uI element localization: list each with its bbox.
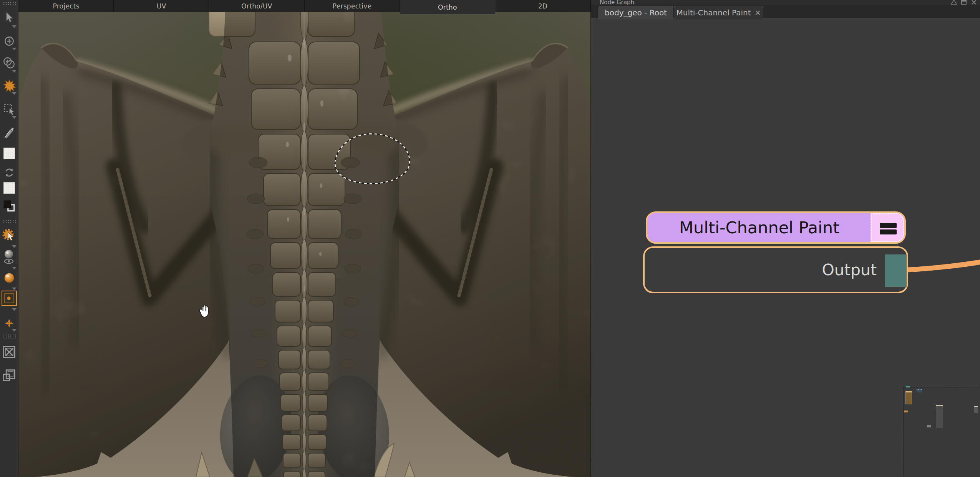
tool-submenu-caret — [12, 25, 17, 28]
slice-knife-tool[interactable] — [2, 126, 16, 140]
minimap-orange-dash — [904, 411, 908, 412]
node-header[interactable]: Multi-Channel Paint — [646, 211, 906, 244]
tab-multi-channel-paint[interactable]: Multi-Channel Paint ✕ — [674, 6, 763, 19]
palette-drag-grip[interactable] — [2, 1, 16, 6]
foreground-background-colors[interactable] — [2, 199, 16, 213]
tab-projects[interactable]: Projects — [18, 0, 114, 12]
3d-viewport-canvas[interactable] — [18, 12, 590, 477]
node-menu-handle[interactable] — [871, 213, 904, 242]
sphere-preview-tool[interactable] — [2, 271, 17, 285]
fill-swatch[interactable] — [3, 182, 15, 194]
3d-viewport: Projects UV Ortho/UV Perspective Ortho 2… — [18, 0, 590, 477]
cursor-arrow-icon — [3, 11, 16, 24]
paint-target-tool[interactable] — [2, 291, 17, 306]
tab-label: body_geo - Root — [605, 8, 667, 17]
node-graph-titlebar: Node Graph — [591, 0, 980, 5]
marquee-select-tool[interactable] — [2, 102, 16, 116]
node-graph-title: Node Graph — [600, 0, 634, 5]
minimap-small-node — [974, 406, 978, 413]
duplicate-view-tool[interactable] — [2, 56, 16, 70]
node-title: Multi-Channel Paint — [647, 213, 871, 242]
orange-cross-icon — [3, 317, 15, 329]
palette-drag-grip[interactable] — [2, 219, 16, 224]
paint-brush-tool[interactable] — [2, 78, 17, 93]
menu-bar-icon — [880, 223, 897, 228]
node-graph-tab-bar: body_geo - Root Multi-Channel Paint ✕ — [591, 5, 980, 19]
palette-drag-grip[interactable] — [2, 334, 16, 339]
dock-triangle-icon[interactable] — [950, 0, 958, 5]
layer-frames-tool[interactable] — [1, 367, 17, 384]
tool-submenu-caret — [12, 308, 17, 311]
minimap-blue-node — [917, 389, 922, 392]
tool-submenu-caret — [12, 288, 17, 290]
tool-submenu-caret — [12, 48, 17, 50]
tab-2d[interactable]: 2D — [495, 0, 590, 12]
transform-gear-tool[interactable] — [2, 228, 17, 243]
minimap-teal-node — [906, 386, 910, 387]
gear-cursor-icon — [2, 228, 17, 243]
tab-uv[interactable]: UV — [114, 0, 209, 12]
tool-submenu-caret — [12, 245, 17, 248]
tool-submenu-caret — [12, 329, 17, 332]
select-cursor-tool[interactable] — [3, 11, 16, 24]
circle-plus-icon — [3, 35, 16, 48]
float-window-icon[interactable] — [960, 0, 968, 5]
clear-selection-tool[interactable] — [2, 344, 17, 360]
node-output-label: Output — [822, 248, 877, 292]
paint-swatch[interactable] — [3, 148, 15, 159]
tab-body-geo-root[interactable]: body_geo - Root — [599, 6, 673, 19]
tab-label: Multi-Channel Paint — [677, 8, 751, 17]
menu-bar-icon — [880, 229, 897, 234]
minimap-gray-dash — [927, 425, 931, 427]
node-body[interactable]: Output — [643, 246, 908, 293]
tool-submenu-caret — [12, 70, 17, 73]
swap-arrows-icon — [2, 165, 17, 180]
minimap-gray-node — [936, 405, 943, 428]
close-tab-icon[interactable]: ✕ — [755, 8, 761, 17]
swap-colors-tool[interactable] — [2, 165, 17, 180]
tab-ortho-uv[interactable]: Ortho/UV — [209, 0, 304, 12]
multi-channel-paint-node[interactable]: Output Multi-Channel Paint — [643, 211, 908, 293]
paint-target-icon — [3, 293, 15, 304]
overlapping-squares-icon — [1, 367, 17, 384]
close-panel-icon[interactable] — [970, 0, 978, 5]
viewport-tab-bar: Projects UV Ortho/UV Perspective Ortho 2… — [18, 0, 590, 12]
node-output-port[interactable] — [885, 254, 907, 287]
orange-sphere-icon — [2, 271, 17, 285]
tool-submenu-caret — [12, 92, 17, 95]
two-circles-plus-icon — [2, 56, 16, 70]
fg-bg-squares-icon — [2, 199, 16, 213]
minimap-selected-node — [905, 391, 912, 404]
zoom-add-tool[interactable] — [3, 35, 16, 48]
tab-perspective[interactable]: Perspective — [305, 0, 400, 12]
application-window: Projects UV Ortho/UV Perspective Ortho 2… — [0, 0, 980, 477]
node-graph-panel: Node Graph body_geo - Root Multi-Channel… — [590, 0, 980, 477]
node-graph-minimap[interactable] — [903, 387, 980, 477]
knife-icon — [2, 126, 16, 140]
x-square-icon — [2, 344, 17, 360]
tab-ortho[interactable]: Ortho — [400, 0, 495, 14]
tool-submenu-caret — [12, 116, 17, 119]
tool-submenu-caret — [12, 267, 17, 269]
marquee-cursor-icon — [2, 102, 16, 116]
tools-palette — [0, 0, 18, 477]
dragon-model — [18, 12, 590, 477]
paint-splat-icon — [2, 78, 17, 93]
move-pivot-tool[interactable] — [3, 317, 15, 329]
shader-eye-tool[interactable] — [2, 249, 17, 266]
sphere-eye-icon — [2, 249, 17, 266]
